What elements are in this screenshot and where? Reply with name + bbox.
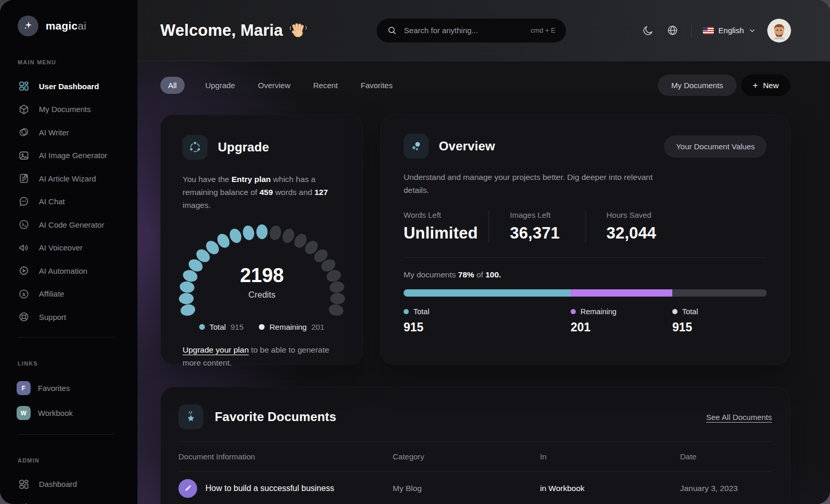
- sidebar-item-label: Workbook: [38, 409, 73, 417]
- progress-total: 100.: [486, 270, 501, 279]
- column-category: Category: [393, 452, 540, 461]
- upgrade-plan-link[interactable]: Upgrade your plan: [183, 345, 249, 354]
- legend-dot: [199, 324, 205, 330]
- new-button-label: New: [763, 81, 779, 90]
- brand-logo[interactable]: magicai: [18, 16, 127, 36]
- legend-dot: [404, 309, 409, 314]
- sidebar-item-label: AI Chat: [39, 197, 65, 206]
- legend-value: 201: [571, 320, 616, 334]
- sidebar-item-user-management[interactable]: User Management: [18, 496, 127, 504]
- legend-value: 915: [404, 320, 430, 334]
- search-shortcut: cmd + E: [531, 26, 556, 34]
- sidebar-item-ai-writer[interactable]: AI Writer: [18, 121, 127, 144]
- language-selector[interactable]: English: [703, 26, 756, 35]
- article-icon: [18, 172, 30, 185]
- stat-label: Images Left: [510, 211, 575, 219]
- sidebar-item-label: AI Code Generator: [39, 220, 104, 229]
- document-values-button[interactable]: Your Document Values: [664, 135, 767, 158]
- sidebar-item-ai-code-generator[interactable]: AI Code Generator: [18, 213, 127, 236]
- avatar[interactable]: [767, 19, 791, 43]
- global-search[interactable]: cmd + E: [377, 19, 566, 43]
- tab-overview[interactable]: Overview: [258, 81, 290, 90]
- chevron-down-icon: [749, 27, 756, 34]
- dashboard-grid-icon: [18, 80, 30, 92]
- stats-row: Words Left Unlimited Images Left 36,371 …: [404, 211, 767, 243]
- section-label-main-menu: MAIN MENU: [18, 59, 127, 65]
- overview-card-header: Overview Your Document Values: [404, 134, 767, 159]
- sidebar-item-support[interactable]: Support: [18, 305, 127, 329]
- column-in: In: [540, 452, 680, 461]
- shooting-star-icon: [178, 404, 203, 429]
- sidebar-item-my-documents[interactable]: My Documents: [18, 98, 127, 121]
- sidebar-item-favorites[interactable]: F Favorites: [17, 376, 127, 401]
- sidebar-item-ai-chat[interactable]: AI Chat: [18, 190, 127, 214]
- overview-divider: [404, 257, 767, 258]
- sidebar-item-ai-article-wizard[interactable]: AI Article Wizard: [18, 167, 127, 190]
- welcome-block: Welcome, Maria: [160, 21, 307, 40]
- stat-value: 36,371: [510, 224, 575, 243]
- tab-all[interactable]: All: [160, 77, 185, 94]
- cards-row: Upgrade You have the Entry plan which ha…: [160, 115, 790, 365]
- tab-recent[interactable]: Recent: [313, 81, 338, 90]
- bubbles-icon: [404, 134, 428, 159]
- legend-label: Remaining: [580, 307, 616, 316]
- documents-progress-text: My documents 78% of 100.: [404, 270, 767, 279]
- wave-hand-icon: [289, 22, 307, 39]
- sidebar-item-label: AI Image Generator: [39, 151, 107, 160]
- users-icon: [18, 501, 30, 504]
- sidebar-item-ai-image-generator[interactable]: AI Image Generator: [18, 144, 127, 167]
- sidebar-item-label: AI Article Wizard: [39, 174, 96, 183]
- sidebar-item-affiliate[interactable]: $ Affiliate: [18, 283, 127, 306]
- stat-words-left: Words Left Unlimited: [404, 211, 489, 243]
- legend-item-remaining: Remaining 201: [259, 323, 324, 331]
- tab-favorites[interactable]: Favorites: [361, 81, 393, 90]
- document-location: in Workbook: [540, 484, 680, 493]
- see-all-documents-link[interactable]: See All Documents: [706, 413, 772, 422]
- main-area: Welcome, Maria: [137, 0, 830, 504]
- my-documents-button[interactable]: My Documents: [658, 75, 737, 96]
- sidebar-item-ai-automation[interactable]: AI Automation: [18, 259, 127, 283]
- gear-play-icon: [18, 264, 30, 277]
- workbook-badge: W: [17, 406, 31, 420]
- dashboard-content: All Upgrade Overview Recent Favorites My…: [137, 61, 830, 504]
- legend-label: Total: [210, 323, 226, 331]
- sidebar-item-user-dashboard[interactable]: User Dashboard: [18, 75, 127, 98]
- legend-label: Total: [682, 307, 698, 316]
- images-balance: 127: [314, 188, 328, 197]
- sidebar-item-label: AI Writer: [39, 128, 69, 137]
- sidebar-item-label: Dashboard: [39, 480, 77, 488]
- legend-dot: [259, 324, 265, 330]
- legend-value: 915: [672, 320, 698, 334]
- speaker-icon: [18, 242, 30, 254]
- new-button[interactable]: +New: [741, 75, 790, 96]
- plan-summary: You have the Entry plan which has a rema…: [183, 173, 341, 212]
- sidebar-item-ai-voiceover[interactable]: AI Voiceover: [18, 236, 127, 260]
- stat-label: Words Left: [404, 211, 478, 219]
- favorites-title: Favorite Documents: [215, 410, 336, 424]
- favorites-header: Favorite Documents See All Documents: [178, 400, 772, 434]
- chat-icon: [18, 195, 30, 208]
- search-icon: [387, 25, 397, 35]
- globe-icon[interactable]: [666, 24, 680, 37]
- tab-upgrade[interactable]: Upgrade: [205, 81, 236, 90]
- dark-mode-toggle-moon-icon[interactable]: [641, 24, 655, 37]
- app-window: magicai MAIN MENU User Dashboard My Docu…: [0, 0, 830, 504]
- stat-value: 32,044: [606, 224, 656, 243]
- legend-item-total: Total 915: [199, 323, 244, 331]
- plan-name: Entry plan: [231, 175, 271, 184]
- sidebar-item-label: My Documents: [39, 105, 91, 114]
- favorite-documents-card: Favorite Documents See All Documents Doc…: [160, 387, 790, 504]
- filter-tabs: All Upgrade Overview Recent Favorites My…: [160, 75, 790, 95]
- table-row[interactable]: How to build a successful business My Bl…: [178, 472, 772, 504]
- legend-value: 201: [311, 323, 324, 331]
- sidebar-item-admin-dashboard[interactable]: Dashboard: [18, 473, 127, 496]
- search-input[interactable]: [403, 25, 524, 35]
- brand-name-bold: magic: [46, 20, 78, 32]
- legend-value: 915: [230, 323, 243, 331]
- sidebar: magicai MAIN MENU User Dashboard My Docu…: [0, 0, 137, 504]
- documents-progress-bar: [404, 289, 767, 297]
- credits-value: 2198: [240, 264, 284, 286]
- sidebar-item-workbook[interactable]: W Workbook: [17, 401, 127, 426]
- favorites-badge: F: [17, 381, 31, 395]
- overview-description: Understand and manage your projects bett…: [404, 171, 653, 197]
